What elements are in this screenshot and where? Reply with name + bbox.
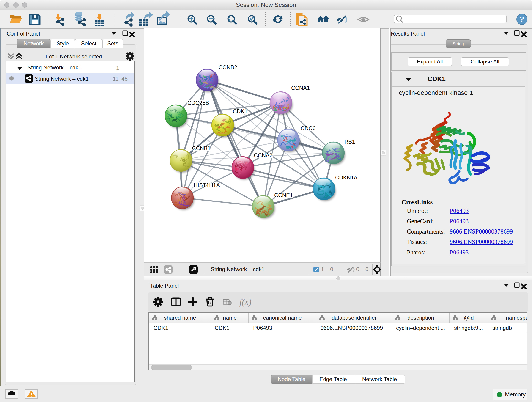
svg-text:CDC6: CDC6	[301, 125, 316, 131]
svg-text:CCNA2: CCNA2	[254, 152, 272, 158]
svg-text:CDK1: CDK1	[233, 108, 247, 114]
svg-text:CDC25B: CDC25B	[187, 100, 209, 106]
svg-text:CDKN1A: CDKN1A	[335, 174, 357, 181]
svg-text:RB1: RB1	[344, 139, 355, 145]
svg-text:?: ?	[520, 15, 524, 23]
svg-text:CCNE1: CCNE1	[274, 192, 293, 198]
svg-text:CCNB2: CCNB2	[219, 64, 237, 70]
svg-text:f(x): f(x)	[239, 297, 252, 307]
svg-text:CCNB1: CCNB1	[192, 145, 210, 151]
svg-text:CCNA1: CCNA1	[291, 85, 310, 91]
svg-text:HIST1H1A: HIST1H1A	[194, 182, 220, 188]
